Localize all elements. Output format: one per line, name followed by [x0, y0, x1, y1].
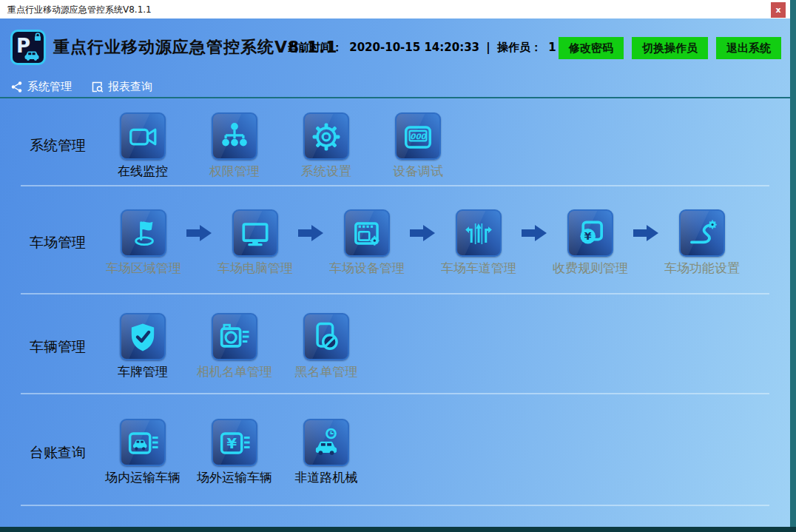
path-gear-icon[interactable] — [679, 209, 725, 257]
window-bottom-border — [0, 527, 796, 532]
yen-list-icon[interactable]: ¥ — [212, 419, 257, 466]
flow-arrow-icon — [297, 209, 326, 257]
shield-check-icon[interactable] — [120, 313, 166, 360]
svg-text:000: 000 — [410, 131, 427, 140]
section-label: 台账查询 — [0, 443, 97, 462]
launcher-area-management[interactable]: 车场区域管理 — [102, 209, 185, 277]
operator-label: 操作员： — [497, 41, 542, 54]
menu-bar: 系统管理 报表查询 — [0, 76, 790, 97]
menu-system-management[interactable]: 系统管理 — [10, 80, 72, 94]
flow-arrow-icon — [408, 209, 437, 257]
header-buttons: 修改密码 切换操作员 退出系统 — [559, 37, 781, 59]
menu-item-label: 系统管理 — [27, 80, 72, 94]
menu-item-label: 报表查询 — [108, 80, 152, 94]
launcher-online-monitor[interactable]: 在线监控 — [97, 112, 189, 180]
lock-icon — [33, 33, 42, 42]
close-button[interactable]: x — [771, 2, 786, 18]
launcher-device-debug[interactable]: 000 设备调试 — [372, 112, 464, 180]
blacklist-ban-icon[interactable] — [303, 313, 349, 360]
main-window: P 重点行业移动源应急管控系统V8.1.1 当前时间： 2020-10-15 1… — [0, 18, 790, 527]
launcher-permission-management[interactable]: 权限管理 — [189, 112, 280, 180]
switch-operator-button[interactable]: 切换操作员 — [632, 37, 708, 59]
flow-arrow-icon — [185, 209, 214, 257]
video-camera-icon[interactable] — [120, 112, 166, 160]
section-system-management: 系统管理 在线监控 — [0, 98, 790, 185]
flow-arrow-icon — [520, 209, 549, 257]
operator-value: 1 — [548, 41, 556, 54]
launcher-lane-management[interactable]: 车场车道管理 — [437, 209, 520, 277]
section-parking-management: 车场管理 车场区域管理 — [0, 186, 790, 293]
lane-arrows-icon[interactable] — [456, 209, 502, 257]
header-info: 当前时间： 2020-10-15 14:20:33 | 操作员： 1 — [287, 41, 559, 55]
app-logo: P — [10, 30, 46, 65]
org-tree-icon[interactable] — [212, 112, 257, 160]
row-divider — [21, 505, 769, 506]
svg-text:¥: ¥ — [584, 230, 592, 242]
camera-list-icon[interactable] — [212, 313, 257, 360]
monitor-icon[interactable] — [232, 209, 278, 257]
launcher-fee-rules[interactable]: ¥ 收费规则管理 — [549, 209, 632, 277]
digital-meter-icon[interactable]: 000 — [395, 112, 441, 160]
menu-report-query[interactable]: 报表查询 — [91, 80, 152, 94]
gear-icon[interactable] — [303, 112, 349, 160]
section-label: 系统管理 — [0, 136, 97, 155]
share-nodes-icon — [10, 81, 23, 93]
app-header: P 重点行业移动源应急管控系统V8.1.1 当前时间： 2020-10-15 1… — [0, 18, 790, 76]
section-vehicle-management: 车辆管理 车牌管理 — [0, 294, 790, 393]
window-right-border — [790, 0, 796, 532]
launcher-camera-list[interactable]: 相机名单管理 — [189, 313, 280, 380]
launcher-system-settings[interactable]: 系统设置 — [280, 112, 372, 180]
section-ledger-query: 台账查询 场内运输车辆 — [0, 394, 790, 505]
car-clock-icon[interactable] — [303, 419, 349, 466]
device-window-gear-icon[interactable] — [344, 209, 390, 257]
fee-coin-icon[interactable]: ¥ — [567, 209, 613, 257]
launcher-blacklist[interactable]: 黑名单管理 — [280, 313, 372, 380]
car-list-icon[interactable] — [120, 419, 166, 466]
change-password-button[interactable]: 修改密码 — [559, 37, 624, 59]
launcher-offsite-vehicles[interactable]: ¥ 场外运输车辆 — [189, 419, 280, 486]
launcher-computer-management[interactable]: 车场电脑管理 — [214, 209, 297, 277]
launcher-nonroad-machinery[interactable]: 非道路机械 — [280, 419, 372, 486]
window-title: 重点行业移动源应急管控系统V8.1.1 — [7, 4, 152, 16]
exit-system-button[interactable]: 退出系统 — [716, 37, 781, 59]
window-titlebar[interactable]: 重点行业移动源应急管控系统V8.1.1 x — [0, 0, 790, 18]
svg-text:¥: ¥ — [226, 435, 237, 452]
launcher-onsite-vehicles[interactable]: 场内运输车辆 — [97, 419, 189, 486]
flag-marker-icon[interactable] — [121, 209, 166, 257]
report-search-icon — [91, 81, 104, 93]
info-separator: | — [486, 41, 490, 54]
flow-arrow-icon — [632, 209, 661, 257]
section-label: 车场管理 — [0, 233, 97, 252]
time-label: 当前时间： — [287, 41, 343, 54]
section-label: 车辆管理 — [0, 337, 97, 357]
car-icon — [23, 50, 42, 61]
launcher-function-settings[interactable]: 车场功能设置 — [661, 209, 743, 277]
time-value: 2020-10-15 14:20:33 — [349, 41, 479, 54]
launcher-device-management[interactable]: 车场设备管理 — [326, 209, 408, 277]
launcher-plate-management[interactable]: 车牌管理 — [97, 313, 189, 380]
